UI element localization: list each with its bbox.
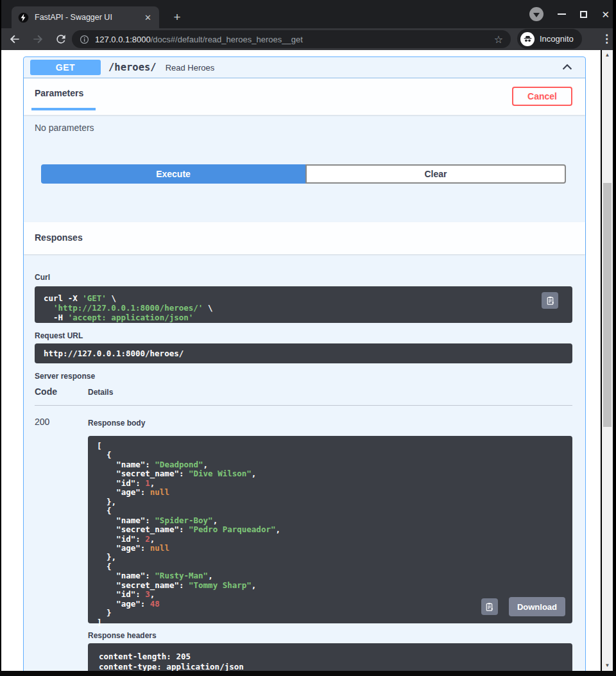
clear-button[interactable]: Clear: [305, 164, 566, 184]
browser-menu-icon[interactable]: ⋮: [601, 32, 610, 46]
url-bar[interactable]: 127.0.0.1:8000/docs#/default/read_heroes…: [72, 30, 511, 48]
method-badge: GET: [30, 60, 101, 75]
download-button[interactable]: Download: [509, 597, 565, 616]
tab-parameters: Parameters: [35, 88, 83, 98]
browser-window: FastAPI - Swagger UI ✕ + ✕ 127.0.0.: [0, 0, 616, 676]
scrollbar-down-icon[interactable]: ▼: [602, 661, 613, 671]
window-left-edge: [0, 0, 1, 676]
window-bottom-edge: [0, 671, 616, 676]
details-column-header: Details: [88, 386, 572, 397]
server-response-label: Server response: [35, 372, 572, 381]
parameters-section-header: Parameters Cancel: [24, 78, 585, 115]
collapse-chevron-icon[interactable]: [560, 60, 574, 74]
responses-body: Curl curl -X 'GET' \ 'http://127.0.0.1:8…: [24, 254, 585, 671]
site-info-icon[interactable]: [80, 35, 89, 44]
incognito-icon: [520, 32, 535, 46]
browser-toolbar: 127.0.0.1:8000/docs#/default/read_heroes…: [0, 28, 616, 50]
back-icon[interactable]: [8, 33, 21, 46]
request-url-block: http://127.0.0.1:8000/heroes/: [35, 343, 572, 363]
page-scrollbar[interactable]: ▲ ▼: [602, 50, 613, 671]
endpoint-path: /heroes/: [108, 62, 157, 73]
no-parameters-text: No parameters: [35, 123, 94, 133]
tab-title: FastAPI - Swagger UI: [35, 13, 137, 22]
fastapi-favicon-icon: [18, 12, 29, 23]
browser-update-icon[interactable]: [529, 7, 543, 21]
responses-title: Responses: [35, 232, 83, 243]
scrollbar-up-icon[interactable]: ▲: [602, 50, 613, 60]
response-body-block: [ { "name": "Deadpond", "secret_name": "…: [88, 436, 572, 623]
opblock-get-heroes: GET /heroes/ Read Heroes Parameters Canc…: [23, 56, 586, 671]
curl-label: Curl: [35, 273, 50, 282]
copy-response-button[interactable]: [481, 598, 498, 615]
request-url-label: Request URL: [35, 331, 572, 340]
response-table-header: Code Details: [35, 386, 572, 406]
response-headers-label: Response headers: [88, 631, 572, 640]
close-button[interactable]: ✕: [601, 10, 610, 19]
code-column-header: Code: [35, 386, 88, 397]
reload-icon[interactable]: [55, 33, 67, 46]
forward-icon[interactable]: [31, 33, 44, 46]
browser-tab[interactable]: FastAPI - Swagger UI ✕: [12, 6, 159, 28]
tab-close-icon[interactable]: ✕: [143, 13, 153, 22]
window-right-edge: [613, 0, 616, 676]
curl-code-block: curl -X 'GET' \ 'http://127.0.0.1:8000/h…: [35, 286, 572, 323]
responses-section-header: Responses: [24, 222, 585, 254]
url-text: 127.0.0.1:8000/docs#/default/read_heroes…: [95, 35, 488, 44]
bookmark-star-icon[interactable]: ☆: [494, 33, 503, 46]
response-body-label: Response body: [88, 419, 145, 428]
parameters-body: No parameters Execute Clear: [24, 115, 585, 203]
response-headers-block: content-length: 205content-type: applica…: [88, 643, 572, 671]
response-details-cell: Response body [ { "name": "Deadpond", "s…: [88, 417, 572, 671]
incognito-badge: Incognito: [517, 29, 582, 49]
status-code: 200: [35, 417, 88, 671]
execute-row: Execute Clear: [41, 164, 566, 184]
swagger-page: GET /heroes/ Read Heroes Parameters Canc…: [1, 50, 601, 671]
execute-button[interactable]: Execute: [41, 164, 305, 184]
opblock-summary[interactable]: GET /heroes/ Read Heroes: [24, 57, 585, 78]
response-row: 200 Response body [ { "name": "Deadpond"…: [35, 406, 572, 671]
incognito-label: Incognito: [540, 34, 574, 44]
scrollbar-thumb[interactable]: [603, 183, 612, 427]
copy-curl-button[interactable]: [542, 292, 558, 309]
endpoint-summary: Read Heroes: [166, 63, 215, 73]
browser-titlebar: FastAPI - Swagger UI ✕ + ✕: [0, 0, 616, 28]
cancel-button[interactable]: Cancel: [512, 87, 572, 106]
maximize-button[interactable]: [580, 11, 587, 18]
new-tab-button[interactable]: +: [169, 9, 185, 26]
minimize-button[interactable]: [558, 13, 566, 15]
parameters-tab-underline: [31, 108, 96, 110]
